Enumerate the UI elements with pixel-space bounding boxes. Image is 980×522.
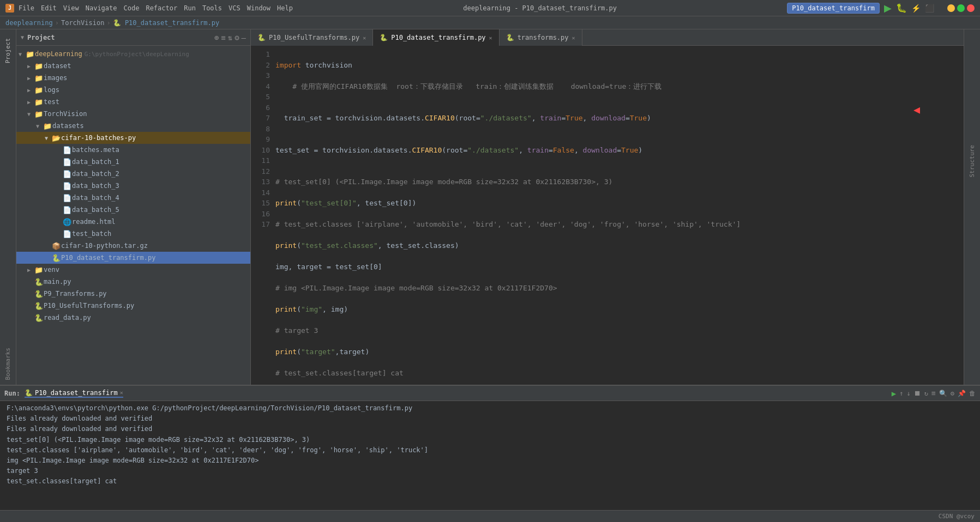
window-title: deeplearning - P10_dataset_transfirm.py: [293, 4, 787, 12]
profile-button[interactable]: ⬛: [925, 4, 934, 13]
tree-item-dataset[interactable]: ▶ 📁 dataset: [16, 60, 250, 72]
tab-p10-active[interactable]: 🐍 P10_dataset_transfirm.py ✕: [373, 29, 499, 46]
menu-bar[interactable]: File Edit View Navigate Code Refactor Ru…: [19, 4, 293, 12]
tree-item-test-batch[interactable]: 📄 test_batch: [16, 228, 250, 240]
maximize-button[interactable]: [957, 4, 965, 12]
output-line-8: test_set.classes[target] cat: [7, 476, 973, 487]
tab-close-p10-active[interactable]: ✕: [489, 35, 492, 41]
code-line-7: print("test_set[0]", test_set[0]): [275, 198, 964, 209]
code-line-15: # test_set.classes[target] cat: [275, 368, 964, 379]
menu-view[interactable]: View: [63, 4, 79, 12]
menu-tools[interactable]: Tools: [202, 4, 222, 12]
tree-item-cifar[interactable]: ▼ 📂 cifar-10-batches-py: [16, 132, 250, 144]
code-line-2: # 使用官网的CIFAR10数据集 root：下载存储目录 train：创建训练…: [275, 81, 964, 92]
tree-item-batches-meta[interactable]: 📄 batches.meta: [16, 144, 250, 156]
menu-navigate[interactable]: Navigate: [86, 4, 117, 12]
close-run-tab[interactable]: ✕: [120, 390, 123, 396]
file-icon-batches-meta: 📄: [62, 146, 72, 154]
bookmarks-button[interactable]: Bookmarks: [4, 343, 11, 385]
debug-button[interactable]: 🐛: [896, 3, 907, 13]
tree-item-logs[interactable]: ▶ 📁 logs: [16, 84, 250, 96]
gear-icon[interactable]: ⚙: [235, 33, 239, 42]
coverage-button[interactable]: ⚡: [911, 4, 921, 13]
tree-item-p9[interactable]: 🐍 P9_Transforms.py: [16, 288, 250, 300]
app-logo: J: [5, 4, 14, 13]
code-line-14: print("target",target): [275, 347, 964, 357]
menu-refactor[interactable]: Refactor: [146, 4, 177, 12]
bottom-scroll-btn[interactable]: ≡: [931, 389, 936, 397]
tree-item-data-batch-5[interactable]: 📄 data_batch_5: [16, 204, 250, 216]
close-button[interactable]: [967, 4, 975, 12]
tree-item-cifar-tar[interactable]: 📦 cifar-10-python.tar.gz: [16, 240, 250, 252]
menu-help[interactable]: Help: [277, 4, 293, 12]
run-button[interactable]: ▶: [884, 2, 892, 14]
tree-item-data-batch-3[interactable]: 📄 data_batch_3: [16, 180, 250, 192]
tree-label-data-batch-1: data_batch_1: [72, 158, 119, 166]
bottom-run-btn[interactable]: ▶: [892, 389, 896, 398]
output-line-5: test_set.classes ['airplane', 'automobil…: [7, 445, 973, 456]
bottom-up-btn[interactable]: ↑: [899, 390, 903, 397]
tree-label-cifar: cifar-10-batches-py: [61, 134, 136, 142]
project-tool-button[interactable]: Project: [4, 34, 11, 68]
bottom-trash-btn[interactable]: 🗑: [969, 390, 976, 397]
tree-item-root[interactable]: ▼ 📁 deepLearning G:\pythonProject\deepLe…: [16, 48, 250, 60]
menu-run[interactable]: Run: [184, 4, 196, 12]
folder-icon-logs: 📁: [34, 86, 44, 94]
tree-item-read-data[interactable]: 🐍 read_data.py: [16, 312, 250, 324]
tab-p10useful[interactable]: 🐍 P10_UsefulTransforms.py ✕: [251, 29, 373, 46]
tab-close-p10useful[interactable]: ✕: [363, 35, 366, 41]
run-tab-p10[interactable]: 🐍 P10_dataset_transfirm ✕: [25, 389, 123, 398]
bottom-pin-btn[interactable]: 📌: [958, 390, 966, 397]
menu-vcs[interactable]: VCS: [229, 4, 241, 12]
tree-label-test-batch: test_batch: [72, 230, 111, 238]
tree-item-torchvision[interactable]: ▼ 📁 TorchVision: [16, 108, 250, 120]
bottom-down-btn[interactable]: ↓: [906, 390, 910, 397]
tree-item-readme[interactable]: 🌐 readme.html: [16, 216, 250, 228]
file-icon-readme: 🌐: [62, 218, 72, 226]
bottom-output: F:\anaconda3\envs\pytorch\python.exe G:/…: [0, 401, 980, 510]
run-config-selector[interactable]: P10_dataset_transfirm: [787, 3, 880, 14]
menu-code[interactable]: Code: [124, 4, 140, 12]
tree-label-torchvision: TorchVision: [44, 110, 87, 118]
breadcrumb-file[interactable]: 🐍 P10_dataset_transfirm.py: [113, 19, 220, 27]
file-icon-read-data: 🐍: [34, 314, 44, 322]
tree-label-test: test: [44, 98, 59, 106]
tree-item-test[interactable]: ▶ 📁 test: [16, 96, 250, 108]
bottom-rerun-btn[interactable]: ↻: [924, 390, 928, 397]
project-panel-title: Project: [27, 34, 214, 41]
tree-item-p10useful[interactable]: 🐍 P10_UsefulTransforms.py: [16, 300, 250, 312]
folder-icon-root: 📁: [25, 50, 35, 58]
tree-item-data-batch-2[interactable]: 📄 data_batch_2: [16, 168, 250, 180]
menu-file[interactable]: File: [19, 4, 34, 12]
code-content[interactable]: import torchvision # 使用官网的CIFAR10数据集 roo…: [275, 48, 964, 383]
tree-item-venv[interactable]: ▶ 📁 venv: [16, 264, 250, 276]
run-tab-label: Run:: [4, 390, 20, 397]
tab-close-transforms[interactable]: ✕: [572, 35, 575, 41]
code-editor[interactable]: 12345 678910 1112131415 1617 import torc…: [251, 46, 964, 385]
minimize-button[interactable]: [947, 4, 955, 12]
title-bar: J File Edit View Navigate Code Refactor …: [0, 0, 980, 16]
structure-button[interactable]: Structure: [969, 143, 976, 180]
breadcrumb-root[interactable]: deeplearning: [5, 19, 53, 27]
tree-item-p10[interactable]: 🐍 P10_dataset_transfirm.py: [16, 252, 250, 264]
bottom-filter-btn[interactable]: 🔍: [939, 390, 947, 397]
bottom-gear-btn[interactable]: ⚙: [951, 390, 954, 397]
tab-transforms[interactable]: 🐍 transforms.py ✕: [500, 29, 582, 46]
tree-item-images[interactable]: ▶ 📁 images: [16, 72, 250, 84]
sync-icon[interactable]: ⊕: [214, 33, 219, 42]
sort-icon[interactable]: ⇅: [228, 33, 232, 42]
menu-window[interactable]: Window: [247, 4, 270, 12]
breadcrumb-torchvision[interactable]: TorchVision: [61, 19, 104, 27]
tree-item-datasets[interactable]: ▼ 📁 datasets: [16, 120, 250, 132]
menu-edit[interactable]: Edit: [41, 4, 57, 12]
tree-item-data-batch-1[interactable]: 📄 data_batch_1: [16, 156, 250, 168]
tree-item-main[interactable]: 🐍 main.py: [16, 276, 250, 288]
tab-label-p10useful: P10_UsefulTransforms.py: [269, 34, 359, 41]
bottom-stop-btn[interactable]: ⏹: [914, 389, 921, 397]
tree-item-data-batch-4[interactable]: 📄 data_batch_4: [16, 192, 250, 204]
code-line-9: print("test_set.classes", test_set.class…: [275, 240, 964, 251]
main-area: Project Bookmarks ▼ Project ⊕ ≡ ⇅ ⚙ — ▼ …: [0, 29, 980, 385]
collapse-icon[interactable]: ≡: [221, 33, 225, 42]
folder-icon-torchvision: 📁: [34, 110, 44, 118]
hide-icon[interactable]: —: [242, 33, 246, 42]
